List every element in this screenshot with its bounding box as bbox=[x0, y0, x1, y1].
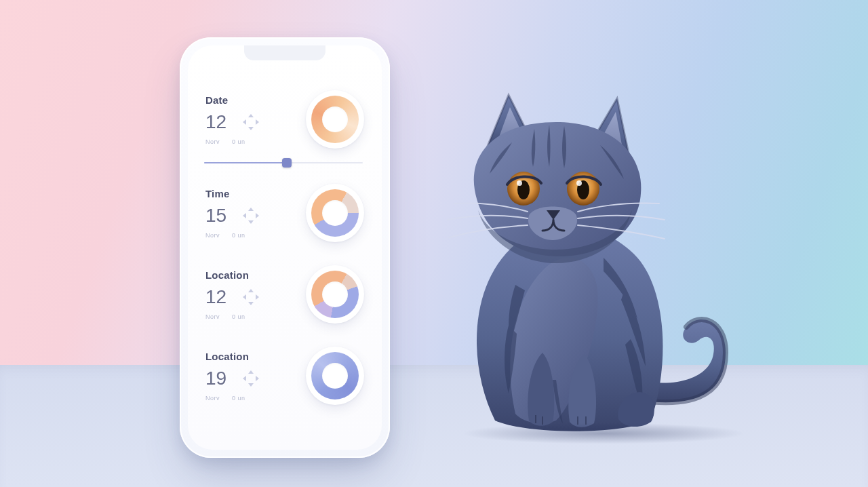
card-location-b-sub: Norv 0 un bbox=[205, 395, 260, 402]
card-location-b-left: Location 19 Norv 0 un bbox=[205, 351, 260, 402]
stepper-icon[interactable] bbox=[242, 113, 260, 131]
card-location-b-title: Location bbox=[205, 351, 260, 362]
card-location-a-donut[interactable] bbox=[306, 265, 364, 324]
phone-screen: Date 12 Norv 0 un bbox=[188, 45, 382, 450]
donut-mix-icon bbox=[311, 271, 359, 318]
card-location-a: Location 12 Norv 0 un bbox=[203, 252, 367, 333]
card-location-b-sub1: Norv bbox=[205, 395, 220, 402]
card-location-a-value: 12 bbox=[205, 288, 233, 307]
card-location-b-value-row: 19 bbox=[205, 369, 260, 388]
card-date-sub: Norv 0 un bbox=[205, 138, 260, 145]
card-date-value: 12 bbox=[205, 113, 233, 132]
card-date-left: Date 12 Norv 0 un bbox=[205, 94, 260, 145]
phone-frame: Date 12 Norv 0 un bbox=[180, 37, 390, 458]
card-time-value: 15 bbox=[205, 206, 233, 225]
card-location-a-sub2: 0 un bbox=[232, 313, 245, 320]
phone-notch bbox=[244, 45, 326, 60]
donut-orange-icon bbox=[311, 96, 359, 143]
card-time: Time 15 Norv 0 un bbox=[203, 170, 367, 252]
card-location-a-sub: Norv 0 un bbox=[205, 313, 260, 320]
card-time-donut[interactable] bbox=[306, 184, 364, 242]
card-time-title: Time bbox=[205, 188, 260, 199]
card-location-a-value-row: 12 bbox=[205, 288, 260, 307]
slider-fill bbox=[204, 162, 287, 163]
card-time-sub: Norv 0 un bbox=[205, 232, 260, 239]
slider-thumb[interactable] bbox=[282, 158, 292, 168]
svg-point-5 bbox=[576, 180, 582, 186]
cat-shadow bbox=[461, 423, 746, 444]
card-date: Date 12 Norv 0 un bbox=[203, 77, 367, 158]
scene: Date 12 Norv 0 un bbox=[0, 0, 868, 487]
card-time-sub1: Norv bbox=[205, 232, 220, 239]
card-location-a-title: Location bbox=[205, 269, 260, 281]
card-location-a-left: Location 12 Norv 0 un bbox=[205, 269, 260, 320]
card-date-title: Date bbox=[205, 94, 260, 106]
card-date-donut[interactable] bbox=[306, 90, 364, 149]
card-location-b: Location 19 Norv 0 un bbox=[203, 333, 367, 414]
cat-svg bbox=[434, 81, 732, 461]
card-location-a-sub1: Norv bbox=[205, 313, 220, 320]
donut-mix-icon bbox=[311, 189, 359, 237]
stepper-icon[interactable] bbox=[242, 370, 260, 387]
svg-point-4 bbox=[517, 180, 522, 186]
cat-illustration bbox=[434, 81, 732, 461]
card-time-left: Time 15 Norv 0 un bbox=[205, 188, 260, 239]
donut-blue-icon bbox=[311, 352, 359, 400]
stepper-icon[interactable] bbox=[242, 288, 260, 306]
card-location-b-sub2: 0 un bbox=[232, 395, 245, 402]
card-date-sub2: 0 un bbox=[232, 138, 245, 145]
progress-slider[interactable] bbox=[204, 159, 363, 166]
card-location-b-value: 19 bbox=[205, 369, 233, 388]
card-location-b-donut[interactable] bbox=[306, 347, 364, 405]
card-time-value-row: 15 bbox=[205, 206, 260, 225]
stepper-icon[interactable] bbox=[242, 207, 260, 225]
card-date-sub1: Norv bbox=[205, 138, 220, 145]
card-date-value-row: 12 bbox=[205, 113, 260, 132]
card-time-sub2: 0 un bbox=[232, 232, 245, 239]
